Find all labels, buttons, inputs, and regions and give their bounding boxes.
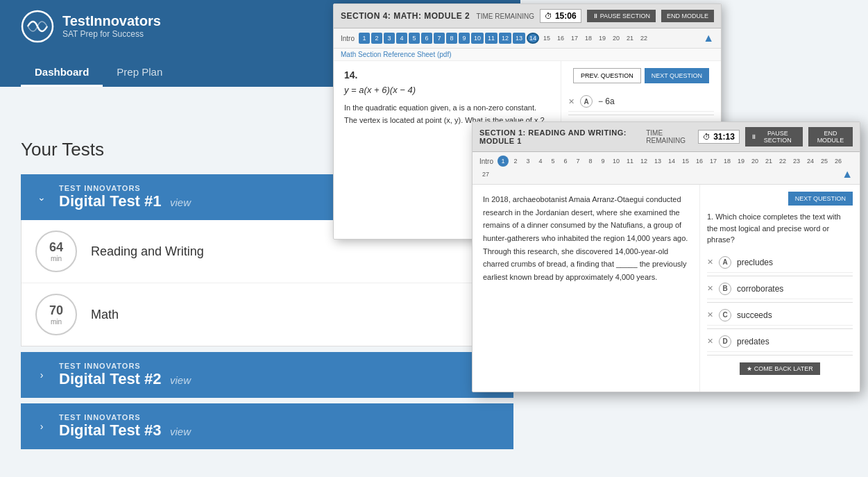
come-back-later-button[interactable]: ★ COME BACK LATER — [740, 362, 819, 375]
reading-answer-c-text: succeeds — [737, 310, 772, 320]
reading-nav-14[interactable]: 14 — [665, 156, 678, 167]
nav-num-9[interactable]: 9 — [459, 33, 470, 44]
reading-min-label: min — [51, 255, 62, 262]
math-prev-button[interactable]: PREV. QUESTION — [573, 68, 641, 83]
nav-num-22[interactable]: 22 — [638, 33, 650, 44]
math-timer-box: ⏱ 15:06 — [540, 9, 581, 23]
reading-nav-18[interactable]: 18 — [721, 156, 733, 167]
nav-num-14-active[interactable]: 14 — [527, 33, 539, 44]
nav-num-2[interactable]: 2 — [371, 33, 382, 44]
math-next-button[interactable]: NEXT QUESTION — [645, 68, 709, 83]
reading-question-nav: Intro 1 2 3 4 5 6 7 8 9 10 11 12 13 14 1… — [473, 152, 860, 185]
reading-timer-value: 31:13 — [713, 132, 735, 142]
nav-num-6[interactable]: 6 — [421, 33, 432, 44]
math-ref-link[interactable]: Math Section Reference Sheet (pdf) — [334, 49, 721, 61]
reading-end-button[interactable]: END MODULE — [808, 127, 853, 147]
nav-num-10[interactable]: 10 — [471, 33, 484, 44]
chevron-down-icon: ⌄ — [35, 192, 49, 203]
reading-nav-9[interactable]: 9 — [597, 156, 609, 167]
reading-nav-26[interactable]: 26 — [832, 156, 844, 167]
reading-header-controls: TIME REMAINING ⏱ 31:13 ⏸ PAUSE SECTION E… — [646, 127, 853, 147]
reading-scroll-up-icon[interactable]: ▲ — [842, 168, 853, 181]
math-pause-button[interactable]: ⏸ PAUSE SECTION — [587, 10, 656, 22]
reading-answer-c[interactable]: ✕ C succeeds — [707, 306, 853, 326]
reading-module-title: SECTION 1: READING AND WRITING: MODULE 1 — [479, 128, 646, 145]
test-card-3: › TEST INNOVATORS Digital Test #3 view — [21, 403, 513, 449]
nav-num-17[interactable]: 17 — [568, 33, 581, 44]
test-card-2-label: TEST INNOVATORS — [59, 362, 191, 370]
math-question-num: 14. — [344, 69, 550, 81]
nav-num-12[interactable]: 12 — [499, 33, 511, 44]
reading-nav-1-active[interactable]: 1 — [497, 156, 509, 167]
reading-nav-27[interactable]: 27 — [479, 169, 492, 180]
reading-divider-3 — [707, 328, 853, 329]
reading-nav-4[interactable]: 4 — [535, 156, 546, 167]
nav-num-5[interactable]: 5 — [409, 33, 420, 44]
reading-nav-5[interactable]: 5 — [547, 156, 559, 167]
reading-option-circle-b: B — [719, 283, 731, 295]
reading-nav-11[interactable]: 11 — [624, 156, 636, 167]
reading-nav-22[interactable]: 22 — [776, 156, 789, 167]
reading-nav-8[interactable]: 8 — [585, 156, 596, 167]
nav-num-1[interactable]: 1 — [359, 33, 370, 44]
reading-nav-24[interactable]: 24 — [804, 156, 817, 167]
math-minutes: 70 — [49, 303, 63, 318]
reading-time-badge: 64 min — [35, 231, 77, 272]
nav-num-15[interactable]: 15 — [541, 33, 553, 44]
reading-nav-intro: Intro — [479, 158, 493, 165]
reading-answer-a-text: precludes — [737, 258, 773, 267]
reading-next-button[interactable]: NEXT QUESTION — [788, 192, 853, 206]
test-card-2: › TEST INNOVATORS Digital Test #2 view — [21, 352, 513, 398]
test-card-3-view[interactable]: view — [170, 426, 191, 437]
tab-dashboard[interactable]: Dashboard — [21, 59, 103, 87]
logo: TestInnovators SAT Prep for Success — [21, 10, 161, 43]
reading-nav-6[interactable]: 6 — [560, 156, 571, 167]
logo-subtitle: SAT Prep for Success — [62, 29, 161, 39]
reading-nav-25[interactable]: 25 — [818, 156, 831, 167]
math-answer-a[interactable]: ✕ A − 6a — [568, 92, 714, 112]
nav-num-11[interactable]: 11 — [485, 33, 497, 44]
test-card-2-header[interactable]: › TEST INNOVATORS Digital Test #2 view — [21, 352, 513, 398]
reading-cross-a: ✕ — [707, 258, 713, 267]
nav-num-13[interactable]: 13 — [513, 33, 525, 44]
nav-num-4[interactable]: 4 — [396, 33, 407, 44]
reading-answer-d[interactable]: ✕ D predates — [707, 332, 853, 352]
reading-option-circle-a: A — [719, 256, 731, 269]
nav-num-20[interactable]: 20 — [610, 33, 622, 44]
reading-nav-13[interactable]: 13 — [652, 156, 664, 167]
reading-answer-a[interactable]: ✕ A precludes — [707, 253, 853, 273]
logo-text: TestInnovators SAT Prep for Success — [62, 13, 161, 39]
reading-nav-12[interactable]: 12 — [638, 156, 650, 167]
reading-nav-2[interactable]: 2 — [510, 156, 521, 167]
reading-cross-c: ✕ — [707, 310, 713, 319]
reading-nav-20[interactable]: 20 — [749, 156, 761, 167]
reading-nav-10[interactable]: 10 — [610, 156, 622, 167]
math-end-button[interactable]: END MODULE — [661, 10, 714, 22]
test-card-2-view[interactable]: view — [170, 374, 191, 386]
nav-num-19[interactable]: 19 — [596, 33, 609, 44]
tab-prep-plan[interactable]: Prep Plan — [103, 59, 176, 87]
reading-nav-21[interactable]: 21 — [763, 156, 775, 167]
test-card-3-header[interactable]: › TEST INNOVATORS Digital Test #3 view — [21, 403, 513, 449]
nav-num-3[interactable]: 3 — [384, 33, 395, 44]
nav-num-7[interactable]: 7 — [434, 33, 445, 44]
nav-num-18[interactable]: 18 — [582, 33, 595, 44]
test-card-1-view[interactable]: view — [170, 196, 191, 208]
nav-num-21[interactable]: 21 — [624, 33, 636, 44]
nav-num-8[interactable]: 8 — [446, 33, 457, 44]
math-min-label: min — [51, 318, 62, 326]
reading-nav-19[interactable]: 19 — [735, 156, 747, 167]
reading-nav-3[interactable]: 3 — [522, 156, 534, 167]
nav-num-16[interactable]: 16 — [554, 33, 567, 44]
test-card-2-text: TEST INNOVATORS Digital Test #2 view — [59, 362, 191, 388]
reading-nav-23[interactable]: 23 — [790, 156, 803, 167]
reading-pause-button[interactable]: ⏸ PAUSE SECTION — [745, 127, 803, 147]
scroll-up-icon[interactable]: ▲ — [703, 32, 714, 44]
reading-nav-7[interactable]: 7 — [572, 156, 584, 167]
math-pause-label: PAUSE SECTION — [600, 12, 650, 19]
reading-divider-4 — [707, 355, 853, 355]
reading-nav-15[interactable]: 15 — [679, 156, 692, 167]
reading-nav-16[interactable]: 16 — [693, 156, 706, 167]
reading-answer-b[interactable]: ✕ B corroborates — [707, 279, 853, 299]
reading-nav-17[interactable]: 17 — [707, 156, 720, 167]
